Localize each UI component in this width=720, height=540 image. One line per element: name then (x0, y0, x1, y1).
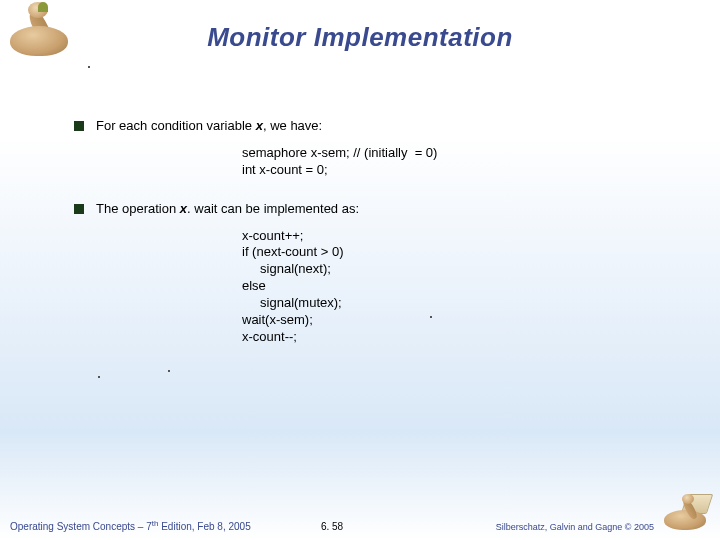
square-bullet-icon (74, 121, 84, 131)
decorative-dot (88, 66, 90, 68)
dinosaur-logo-bottom (662, 494, 714, 534)
bullet-item: For each condition variable x, we have: (74, 118, 680, 135)
bullet-text: For each condition variable x, we have: (96, 118, 322, 135)
slide-content: For each condition variable x, we have: … (74, 118, 680, 368)
code-block-wait-impl: x-count++; if (next-count > 0) signal(ne… (242, 228, 680, 346)
slide-footer: Operating System Concepts – 7th Edition,… (10, 519, 654, 532)
square-bullet-icon (74, 204, 84, 214)
bullet-text: The operation x. wait can be implemented… (96, 201, 359, 218)
code-block-declarations: semaphore x-sem; // (initially = 0) int … (242, 145, 680, 179)
footer-right: Silberschatz, Galvin and Gagne © 2005 (496, 522, 654, 532)
decorative-dot (98, 376, 100, 378)
footer-page-number: 6. 58 (321, 521, 343, 532)
decorative-dot (168, 370, 170, 372)
footer-left: Operating System Concepts – 7th Edition,… (10, 519, 251, 532)
bullet-item: The operation x. wait can be implemented… (74, 201, 680, 218)
slide-title: Monitor Implementation (0, 22, 720, 53)
